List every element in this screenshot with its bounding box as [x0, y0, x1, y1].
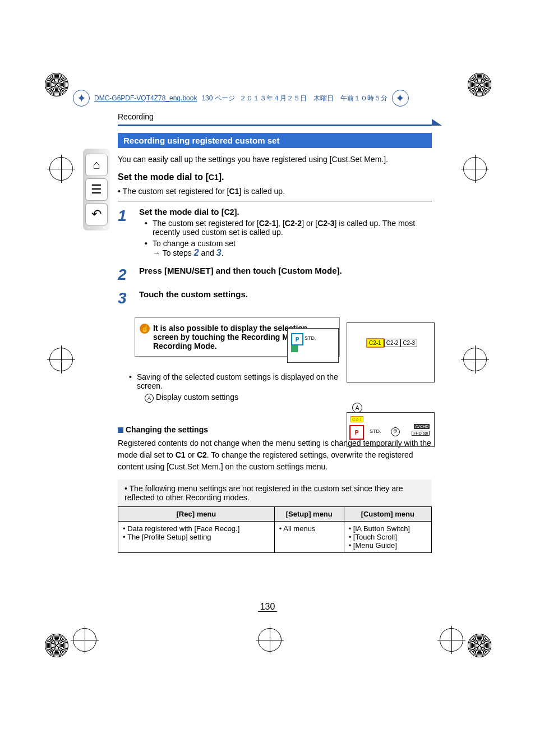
step-1-bullet-1: The custom set registered for [C2-1], [C… — [145, 219, 432, 237]
label-a-line: A Display custom settings — [145, 393, 432, 403]
std-label: STD. — [370, 428, 381, 434]
crop-mark-icon — [463, 348, 487, 371]
print-mark-icon — [45, 634, 68, 657]
crop-mark-icon — [463, 157, 487, 181]
fhd-badge: FHD 60i — [412, 431, 430, 436]
globe-icon: ⊕ — [391, 427, 400, 436]
square-bullet-icon — [118, 427, 123, 433]
step-number: 1 — [118, 207, 132, 225]
print-mark-icon — [45, 73, 68, 96]
note-box: • The following menu settings are not re… — [118, 480, 432, 506]
intro-text: You can easily call up the settings you … — [118, 154, 432, 165]
crop-mark-icon — [49, 348, 73, 371]
registration-mark-icon: ✦ — [73, 90, 90, 107]
tip-icon: ☝ — [140, 324, 150, 334]
section-title: Recording using registered custom set — [118, 133, 432, 148]
step-number: 2 — [118, 266, 132, 284]
changing-title: Changing the settings — [126, 425, 208, 434]
menu-settings-table: [Rec] menu [Setup] menu [Custom] menu • … — [118, 506, 432, 553]
print-mark-icon — [468, 73, 491, 96]
menu-icon[interactable]: ☰ — [85, 178, 108, 201]
mode-p-badge: P — [291, 333, 303, 345]
section-divider — [118, 125, 432, 126]
crop-mark-icon — [258, 628, 282, 652]
label-a-icon: A — [145, 394, 154, 403]
table-header-custom: [Custom] menu — [344, 507, 431, 522]
home-icon[interactable]: ⌂ — [85, 154, 108, 176]
print-header: ✦ DMC-G6PDF-VQT4Z78_eng.book 130 ページ ２０１… — [73, 90, 462, 107]
setdial-c1-heading: Set the mode dial to [C1]. — [118, 172, 432, 182]
crop-mark-icon — [73, 628, 96, 652]
table-cell-setup: • All menus — [274, 522, 344, 553]
print-mark-icon — [468, 634, 491, 657]
page-number: 130 — [0, 602, 535, 612]
step-3: 3 Touch the custom settings. — [118, 289, 432, 307]
step-1-bullet-2: To change a custom set → To steps 2 and … — [145, 239, 432, 258]
table-header-setup: [Setup] menu — [274, 507, 344, 522]
mode-p-badge: P — [349, 425, 364, 440]
crop-mark-icon — [440, 628, 463, 652]
c21-badge: C2-1 — [350, 416, 363, 422]
recording-mode-preview: P STD. — [287, 328, 339, 363]
breadcrumb: Recording — [118, 112, 432, 121]
saving-bullet: Saving of the selected custom settings i… — [129, 372, 344, 390]
annotation-a-marker: A — [352, 403, 362, 413]
step-2-title: Press [MENU/SET] and then touch [Custom … — [139, 266, 432, 275]
table-header-rec: [Rec] menu — [118, 507, 275, 522]
c22-tab[interactable]: C2-2 — [384, 339, 401, 347]
label-a-text: Display custom settings — [156, 393, 238, 402]
header-pageinfo: 130 ページ — [201, 94, 234, 103]
step-1-title: Set the mode dial to [C2]. — [139, 207, 432, 216]
step-2: 2 Press [MENU/SET] and then touch [Custo… — [118, 266, 432, 284]
c23-tab[interactable]: C2-3 — [400, 339, 417, 347]
header-date: ２０１３年４月２５日 木曜日 午前１０時５分 — [239, 94, 388, 103]
crop-mark-icon — [49, 157, 73, 181]
setdial-c1-note: • The custom set registered for [C1] is … — [118, 186, 432, 197]
back-icon[interactable]: ↶ — [85, 203, 108, 225]
c21-tab[interactable]: C2-1 — [366, 338, 384, 348]
std-label: STD. — [305, 335, 316, 341]
table-cell-rec: • Data registered with [Face Recog.]• Th… — [118, 522, 275, 553]
avchd-badge: AVCHD — [414, 424, 430, 429]
status-screen-preview: C2-1 P STD. ⊕ AVCHD FHD 60i — [347, 412, 435, 447]
step-number: 3 — [118, 289, 132, 307]
step-1: 1 Set the mode dial to [C2]. The custom … — [118, 207, 432, 260]
focus-box-icon — [291, 345, 298, 352]
custom-mode-preview: C2-1C2-2C2-3 — [347, 322, 435, 382]
registration-mark-icon: ✦ — [392, 90, 409, 107]
sidebar: ⌂ ☰ ↶ — [83, 149, 110, 231]
header-filename: DMC-G6PDF-VQT4Z78_eng.book — [94, 94, 197, 102]
step-3-title: Touch the custom settings. — [139, 289, 432, 299]
table-cell-custom: • [iA Button Switch]• [Touch Scroll]• [M… — [344, 522, 431, 553]
